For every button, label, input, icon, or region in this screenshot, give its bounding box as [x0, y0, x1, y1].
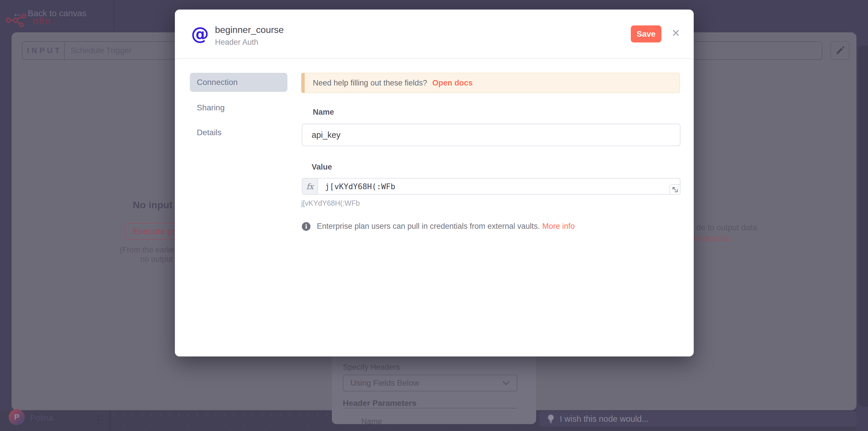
name-input[interactable]: api_key — [302, 124, 680, 146]
specify-headers-label: Specify Headers — [343, 363, 400, 372]
sidebar-divider — [110, 410, 110, 431]
value-input[interactable]: fx j[vKYdY68H(:WFb — [302, 178, 680, 195]
n8n-app-screen: ← Back to canvas n8n INPUT Schedule Trig… — [0, 0, 868, 431]
name-field-label: Name — [313, 108, 334, 117]
user-menu-kebab-icon[interactable]: ⋮ — [92, 410, 104, 429]
value-input-value: j[vKYdY68H(:WFb — [318, 178, 395, 194]
user-avatar[interactable]: P — [9, 409, 25, 425]
node-feedback-input[interactable]: I wish this node would... — [539, 411, 857, 427]
open-docs-link[interactable]: Open docs — [432, 79, 473, 88]
more-info-link[interactable]: More info — [542, 222, 575, 231]
chevron-down-icon — [502, 381, 510, 385]
earliest-node-hint-line1: (From the earlies — [120, 246, 178, 255]
close-icon[interactable]: ✕ — [669, 26, 683, 40]
header-parameters-label: Header Parameters — [343, 399, 416, 408]
pencil-icon — [835, 46, 845, 55]
no-input-text: No input — [133, 199, 173, 210]
credential-subtitle: Header Auth — [215, 38, 258, 47]
n8n-logo: n8n — [6, 14, 51, 27]
n8n-logo-text: n8n — [32, 15, 51, 26]
header-parameters-divider — [343, 408, 517, 408]
output-data-fragment: de to output data — [696, 223, 757, 232]
specify-headers-value: Using Fields Below — [350, 378, 419, 388]
modal-header-divider — [175, 58, 694, 59]
feedback-placeholder: I wish this node would... — [560, 414, 649, 424]
info-icon: i — [302, 222, 310, 231]
expand-expression-button[interactable] — [670, 184, 680, 195]
name-input-value: api_key — [312, 130, 341, 140]
tab-details[interactable]: Details — [190, 123, 287, 142]
n8n-logo-icon — [6, 14, 28, 27]
lightbulb-icon — [547, 414, 555, 424]
enterprise-info-row: i Enterprise plan users can pull in cred… — [302, 222, 575, 231]
save-button[interactable]: Save — [631, 25, 661, 42]
expand-arrow-icon — [672, 186, 678, 193]
help-banner-text: Need help filling out these fields? — [313, 79, 427, 88]
help-banner: Need help filling out these fields? Open… — [301, 73, 680, 93]
credential-title[interactable]: beginner_course — [215, 25, 284, 35]
enterprise-info-text: Enterprise plan users can pull in creden… — [317, 222, 540, 231]
parameter-name-label: Name — [361, 417, 382, 426]
avatar-initial: P — [14, 412, 20, 422]
specify-headers-select[interactable]: Using Fields Below — [343, 375, 517, 392]
value-field-label: Value — [312, 163, 332, 172]
topbar-divider — [114, 0, 114, 32]
credential-modal: @ beginner_course Header Auth Save ✕ Con… — [175, 9, 694, 356]
tab-sharing[interactable]: Sharing — [190, 98, 287, 117]
value-hint-text: j[vKYdY68H(:WFb — [301, 199, 360, 207]
credential-type-icon: @ — [190, 23, 210, 44]
user-name-label: Polina — [30, 413, 53, 423]
input-segment[interactable]: INPUT — [23, 42, 65, 59]
expression-fx-icon[interactable]: fx — [302, 178, 318, 194]
tab-connection[interactable]: Connection — [190, 73, 287, 92]
earliest-node-hint-line2: no output — [140, 255, 173, 264]
set-test-data-link-fragment[interactable]: t test data — [694, 234, 729, 243]
edit-node-button[interactable] — [831, 41, 849, 60]
input-source-select[interactable]: Schedule Trigger — [65, 46, 132, 55]
output-panel-edge — [858, 46, 868, 407]
